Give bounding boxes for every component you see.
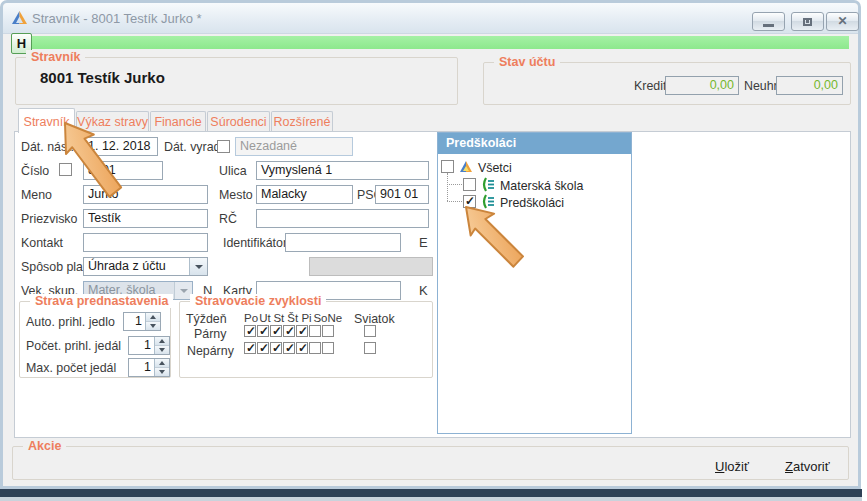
identifikator-suffix: E: [419, 235, 428, 250]
dropdown-button[interactable]: [189, 258, 207, 275]
tab-rozsirene[interactable]: Rozšírené: [271, 111, 333, 132]
spinner-down-button[interactable]: [155, 368, 169, 376]
spinner-value: 1: [129, 359, 154, 376]
maximize-icon: [803, 18, 812, 26]
presets-group-title: Strava prednastavenia: [30, 294, 173, 308]
save-label-rest: ložiť: [724, 459, 748, 474]
actions-group-title: Akcie: [23, 439, 66, 453]
habit-checkbox[interactable]: [296, 342, 308, 354]
habit-checkbox[interactable]: [283, 342, 295, 354]
priezvisko-field[interactable]: Testík: [83, 209, 208, 228]
habit-checkbox[interactable]: [322, 342, 334, 354]
arrow-up-icon: [159, 361, 165, 365]
tab-vykaz-stravy[interactable]: Výkaz stravy: [76, 111, 149, 132]
holiday-checkbox[interactable]: [364, 325, 376, 337]
cislo-checkbox[interactable]: [59, 163, 72, 176]
tree-connector-line: [447, 173, 448, 201]
auto-meal-label: Auto. prihl. jedlo: [26, 315, 115, 329]
max-meal-spinner[interactable]: 1: [128, 358, 170, 377]
neparny-label: Nepárny: [187, 344, 234, 358]
habit-checkbox[interactable]: [257, 325, 269, 337]
habit-checkbox[interactable]: [257, 342, 269, 354]
tab-stravnik[interactable]: Stravník: [18, 108, 75, 133]
rc-field[interactable]: [256, 209, 429, 228]
day-label: Pi: [300, 312, 314, 324]
habit-checkbox[interactable]: [309, 342, 321, 354]
tree-item-vsetci[interactable]: Všetci: [478, 161, 512, 175]
diner-group: Stravník 8001 Testík Jurko: [15, 57, 458, 105]
close-label-rest: atvoriť: [793, 459, 830, 474]
day-header-row: Po Ut St Št Pi So Ne: [244, 312, 341, 324]
group-icon: [481, 194, 496, 209]
habit-checkbox[interactable]: [270, 325, 282, 337]
dat-nast-field[interactable]: 1. 12. 2018: [83, 137, 158, 156]
spinner-down-button[interactable]: [155, 346, 169, 354]
maximize-button[interactable]: [791, 12, 824, 31]
habit-checkbox[interactable]: [244, 325, 256, 337]
meno-label: Meno: [21, 188, 52, 202]
tab-surodenci[interactable]: Súrodenci: [207, 111, 270, 132]
presets-group: Strava prednastavenia Auto. prihl. jedlo…: [19, 301, 171, 378]
tree-checkbox-materska-skola[interactable]: [463, 178, 476, 191]
tree-checkbox-predskolaci[interactable]: [463, 195, 476, 208]
spinner-up-button[interactable]: [155, 337, 169, 346]
dat-vyrad-checkbox[interactable]: [217, 140, 230, 153]
habit-checkbox[interactable]: [309, 325, 321, 337]
spinner-value: 1: [129, 337, 154, 354]
identifikator-field[interactable]: [285, 233, 401, 252]
karty-suffix: K: [419, 283, 428, 298]
tree-item-predskolaci[interactable]: Predškoláci: [500, 196, 564, 210]
window-bottom-edge: [0, 489, 862, 497]
tree-connector-line: [447, 184, 462, 185]
auto-meal-spinner[interactable]: 1: [123, 312, 161, 331]
all-groups-icon: [459, 160, 473, 173]
mesto-field[interactable]: Malacky: [256, 185, 353, 204]
status-strip: [11, 36, 849, 49]
tab-financie[interactable]: Financie: [150, 111, 206, 132]
window-title: Stravník - 8001 Testík Jurko *: [32, 11, 202, 26]
payment-extra-field: [309, 257, 433, 276]
spinner-up-button[interactable]: [146, 313, 160, 322]
sposob-platby-combobox[interactable]: Úhrada z účtu: [83, 257, 208, 276]
title-bar[interactable]: Stravník - 8001 Testík Jurko * ✕: [3, 3, 858, 34]
save-button[interactable]: Uložiť: [715, 459, 749, 474]
minimize-icon: [763, 24, 774, 27]
spinner-up-button[interactable]: [155, 359, 169, 368]
tree-panel-header: Predškoláci: [438, 133, 631, 154]
day-label: Ne: [328, 312, 343, 324]
group-icon: [481, 177, 496, 192]
day-label: Ut: [258, 312, 272, 324]
holiday-checkbox[interactable]: [364, 342, 376, 354]
desktop-edge: [0, 497, 862, 501]
tree-item-materska-skola[interactable]: Materská škola: [500, 179, 583, 193]
psc-field[interactable]: 901 01: [375, 185, 429, 204]
close-button[interactable]: ✕: [826, 12, 859, 31]
parny-checkbox-row: [244, 325, 341, 337]
holiday-label: Sviatok: [354, 312, 395, 326]
day-label: Št: [286, 312, 300, 324]
dat-nast-label: Dát. nást.: [21, 140, 74, 154]
habit-checkbox[interactable]: [244, 342, 256, 354]
kredit-value-field: 0,00: [665, 76, 739, 95]
tree-checkbox-vsetci[interactable]: [441, 160, 454, 173]
close-window-button[interactable]: Zatvoriť: [785, 459, 830, 474]
spinner-value: 1: [124, 313, 145, 330]
arrow-up-icon: [159, 339, 165, 343]
habit-checkbox[interactable]: [322, 325, 334, 337]
ulica-field[interactable]: Vymyslená 1: [256, 161, 429, 180]
neuhr-value-field: 0,00: [776, 76, 843, 95]
count-meal-spinner[interactable]: 1: [128, 336, 170, 355]
habit-checkbox[interactable]: [270, 342, 282, 354]
groups-tree-panel: Predškoláci Všetci Materská škola Predšk…: [437, 132, 632, 434]
habit-checkbox[interactable]: [296, 325, 308, 337]
cislo-field[interactable]: 8001: [83, 161, 163, 180]
ulica-label: Ulica: [219, 164, 247, 178]
dat-vyrad-field: Nezadané: [235, 137, 353, 156]
minimize-button[interactable]: [752, 12, 785, 31]
kontakt-field[interactable]: [83, 233, 208, 252]
meno-field[interactable]: Jurko: [83, 185, 208, 204]
spinner-down-button[interactable]: [146, 322, 160, 330]
day-label: St: [272, 312, 286, 324]
arrow-down-icon: [150, 324, 156, 328]
habit-checkbox[interactable]: [283, 325, 295, 337]
